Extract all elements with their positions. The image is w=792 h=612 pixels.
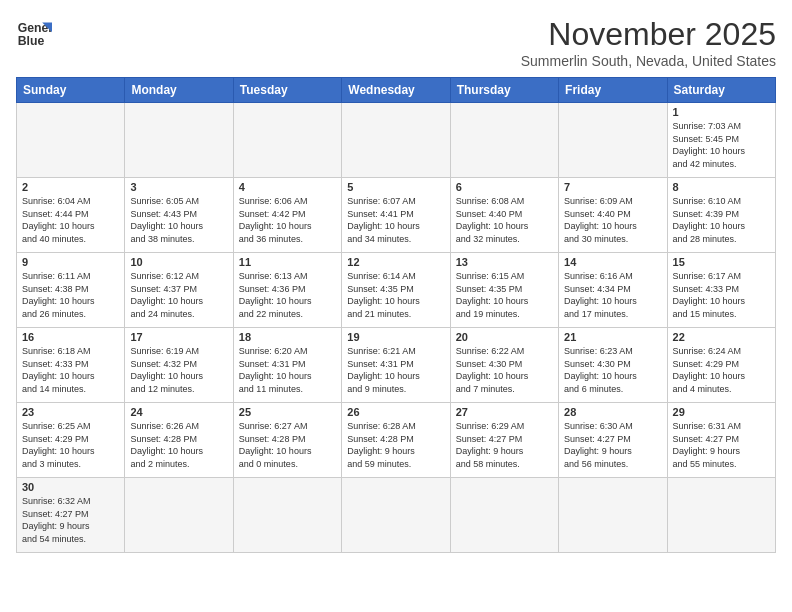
cell-info: Sunrise: 6:20 AM Sunset: 4:31 PM Dayligh… [239, 345, 336, 395]
header-row: SundayMondayTuesdayWednesdayThursdayFrid… [17, 78, 776, 103]
calendar-cell: 30Sunrise: 6:32 AM Sunset: 4:27 PM Dayli… [17, 478, 125, 553]
subtitle: Summerlin South, Nevada, United States [521, 53, 776, 69]
cell-info: Sunrise: 6:08 AM Sunset: 4:40 PM Dayligh… [456, 195, 553, 245]
day-number: 15 [673, 256, 770, 268]
day-number: 5 [347, 181, 444, 193]
day-number: 25 [239, 406, 336, 418]
day-number: 13 [456, 256, 553, 268]
calendar-cell: 1Sunrise: 7:03 AM Sunset: 5:45 PM Daylig… [667, 103, 775, 178]
day-header-saturday: Saturday [667, 78, 775, 103]
cell-info: Sunrise: 6:23 AM Sunset: 4:30 PM Dayligh… [564, 345, 661, 395]
calendar-cell [125, 478, 233, 553]
calendar-week-1: 2Sunrise: 6:04 AM Sunset: 4:44 PM Daylig… [17, 178, 776, 253]
calendar-cell: 21Sunrise: 6:23 AM Sunset: 4:30 PM Dayli… [559, 328, 667, 403]
day-number: 9 [22, 256, 119, 268]
calendar-week-0: 1Sunrise: 7:03 AM Sunset: 5:45 PM Daylig… [17, 103, 776, 178]
calendar-cell: 10Sunrise: 6:12 AM Sunset: 4:37 PM Dayli… [125, 253, 233, 328]
calendar-cell: 28Sunrise: 6:30 AM Sunset: 4:27 PM Dayli… [559, 403, 667, 478]
cell-info: Sunrise: 6:06 AM Sunset: 4:42 PM Dayligh… [239, 195, 336, 245]
calendar-cell: 27Sunrise: 6:29 AM Sunset: 4:27 PM Dayli… [450, 403, 558, 478]
cell-info: Sunrise: 6:27 AM Sunset: 4:28 PM Dayligh… [239, 420, 336, 470]
calendar-cell: 2Sunrise: 6:04 AM Sunset: 4:44 PM Daylig… [17, 178, 125, 253]
cell-info: Sunrise: 6:21 AM Sunset: 4:31 PM Dayligh… [347, 345, 444, 395]
svg-text:Blue: Blue [18, 34, 45, 48]
cell-info: Sunrise: 6:26 AM Sunset: 4:28 PM Dayligh… [130, 420, 227, 470]
cell-info: Sunrise: 6:12 AM Sunset: 4:37 PM Dayligh… [130, 270, 227, 320]
calendar-cell: 20Sunrise: 6:22 AM Sunset: 4:30 PM Dayli… [450, 328, 558, 403]
day-header-thursday: Thursday [450, 78, 558, 103]
day-header-wednesday: Wednesday [342, 78, 450, 103]
cell-info: Sunrise: 6:14 AM Sunset: 4:35 PM Dayligh… [347, 270, 444, 320]
day-header-monday: Monday [125, 78, 233, 103]
cell-info: Sunrise: 6:11 AM Sunset: 4:38 PM Dayligh… [22, 270, 119, 320]
day-number: 28 [564, 406, 661, 418]
day-number: 14 [564, 256, 661, 268]
cell-info: Sunrise: 6:17 AM Sunset: 4:33 PM Dayligh… [673, 270, 770, 320]
day-number: 18 [239, 331, 336, 343]
cell-info: Sunrise: 6:15 AM Sunset: 4:35 PM Dayligh… [456, 270, 553, 320]
cell-info: Sunrise: 6:25 AM Sunset: 4:29 PM Dayligh… [22, 420, 119, 470]
calendar-cell [559, 478, 667, 553]
calendar-cell [233, 478, 341, 553]
day-number: 24 [130, 406, 227, 418]
page-header: General Blue November 2025 Summerlin Sou… [16, 16, 776, 69]
day-number: 10 [130, 256, 227, 268]
title-area: November 2025 Summerlin South, Nevada, U… [521, 16, 776, 69]
calendar-cell: 29Sunrise: 6:31 AM Sunset: 4:27 PM Dayli… [667, 403, 775, 478]
calendar-cell: 3Sunrise: 6:05 AM Sunset: 4:43 PM Daylig… [125, 178, 233, 253]
cell-info: Sunrise: 6:07 AM Sunset: 4:41 PM Dayligh… [347, 195, 444, 245]
day-number: 11 [239, 256, 336, 268]
day-number: 27 [456, 406, 553, 418]
calendar-cell: 22Sunrise: 6:24 AM Sunset: 4:29 PM Dayli… [667, 328, 775, 403]
cell-info: Sunrise: 6:24 AM Sunset: 4:29 PM Dayligh… [673, 345, 770, 395]
calendar-table: SundayMondayTuesdayWednesdayThursdayFrid… [16, 77, 776, 553]
cell-info: Sunrise: 6:04 AM Sunset: 4:44 PM Dayligh… [22, 195, 119, 245]
day-number: 1 [673, 106, 770, 118]
calendar-cell: 23Sunrise: 6:25 AM Sunset: 4:29 PM Dayli… [17, 403, 125, 478]
day-number: 17 [130, 331, 227, 343]
calendar-cell: 18Sunrise: 6:20 AM Sunset: 4:31 PM Dayli… [233, 328, 341, 403]
day-header-friday: Friday [559, 78, 667, 103]
day-number: 26 [347, 406, 444, 418]
calendar-cell [342, 478, 450, 553]
cell-info: Sunrise: 6:16 AM Sunset: 4:34 PM Dayligh… [564, 270, 661, 320]
calendar-cell [559, 103, 667, 178]
calendar-cell: 24Sunrise: 6:26 AM Sunset: 4:28 PM Dayli… [125, 403, 233, 478]
calendar-cell [17, 103, 125, 178]
cell-info: Sunrise: 6:30 AM Sunset: 4:27 PM Dayligh… [564, 420, 661, 470]
day-number: 6 [456, 181, 553, 193]
calendar-cell: 12Sunrise: 6:14 AM Sunset: 4:35 PM Dayli… [342, 253, 450, 328]
cell-info: Sunrise: 6:05 AM Sunset: 4:43 PM Dayligh… [130, 195, 227, 245]
cell-info: Sunrise: 6:18 AM Sunset: 4:33 PM Dayligh… [22, 345, 119, 395]
cell-info: Sunrise: 6:13 AM Sunset: 4:36 PM Dayligh… [239, 270, 336, 320]
cell-info: Sunrise: 6:19 AM Sunset: 4:32 PM Dayligh… [130, 345, 227, 395]
day-number: 4 [239, 181, 336, 193]
calendar-cell [125, 103, 233, 178]
calendar-cell: 9Sunrise: 6:11 AM Sunset: 4:38 PM Daylig… [17, 253, 125, 328]
day-header-sunday: Sunday [17, 78, 125, 103]
calendar-cell: 11Sunrise: 6:13 AM Sunset: 4:36 PM Dayli… [233, 253, 341, 328]
day-number: 12 [347, 256, 444, 268]
calendar-cell: 26Sunrise: 6:28 AM Sunset: 4:28 PM Dayli… [342, 403, 450, 478]
day-number: 2 [22, 181, 119, 193]
calendar-week-3: 16Sunrise: 6:18 AM Sunset: 4:33 PM Dayli… [17, 328, 776, 403]
calendar-cell [667, 478, 775, 553]
cell-info: Sunrise: 6:31 AM Sunset: 4:27 PM Dayligh… [673, 420, 770, 470]
day-header-tuesday: Tuesday [233, 78, 341, 103]
calendar-cell: 8Sunrise: 6:10 AM Sunset: 4:39 PM Daylig… [667, 178, 775, 253]
month-title: November 2025 [521, 16, 776, 53]
cell-info: Sunrise: 6:29 AM Sunset: 4:27 PM Dayligh… [456, 420, 553, 470]
day-number: 16 [22, 331, 119, 343]
cell-info: Sunrise: 7:03 AM Sunset: 5:45 PM Dayligh… [673, 120, 770, 170]
calendar-cell: 16Sunrise: 6:18 AM Sunset: 4:33 PM Dayli… [17, 328, 125, 403]
calendar-week-5: 30Sunrise: 6:32 AM Sunset: 4:27 PM Dayli… [17, 478, 776, 553]
calendar-week-2: 9Sunrise: 6:11 AM Sunset: 4:38 PM Daylig… [17, 253, 776, 328]
logo: General Blue [16, 16, 52, 52]
calendar-cell: 6Sunrise: 6:08 AM Sunset: 4:40 PM Daylig… [450, 178, 558, 253]
calendar-cell [233, 103, 341, 178]
calendar-cell: 15Sunrise: 6:17 AM Sunset: 4:33 PM Dayli… [667, 253, 775, 328]
cell-info: Sunrise: 6:10 AM Sunset: 4:39 PM Dayligh… [673, 195, 770, 245]
day-number: 21 [564, 331, 661, 343]
calendar-cell: 17Sunrise: 6:19 AM Sunset: 4:32 PM Dayli… [125, 328, 233, 403]
day-number: 29 [673, 406, 770, 418]
